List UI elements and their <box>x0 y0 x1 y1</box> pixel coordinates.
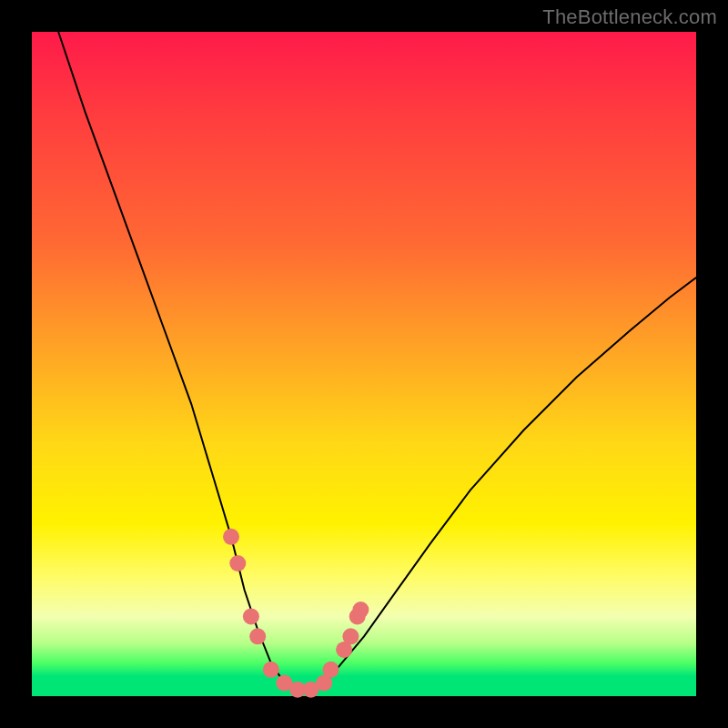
highlight-dot <box>352 602 369 618</box>
curve-layer <box>32 32 696 696</box>
highlight-dot <box>342 628 359 644</box>
highlight-dot <box>229 555 246 571</box>
highlight-dot <box>263 662 279 678</box>
highlight-dots <box>223 529 369 698</box>
watermark-text: TheBottleneck.com <box>542 5 717 29</box>
chart-frame: TheBottleneck.com <box>0 0 728 728</box>
bottleneck-curve <box>58 32 696 690</box>
highlight-dot <box>223 529 239 545</box>
highlight-dot <box>249 628 266 644</box>
highlight-dot <box>323 662 339 678</box>
highlight-dot <box>243 608 259 624</box>
